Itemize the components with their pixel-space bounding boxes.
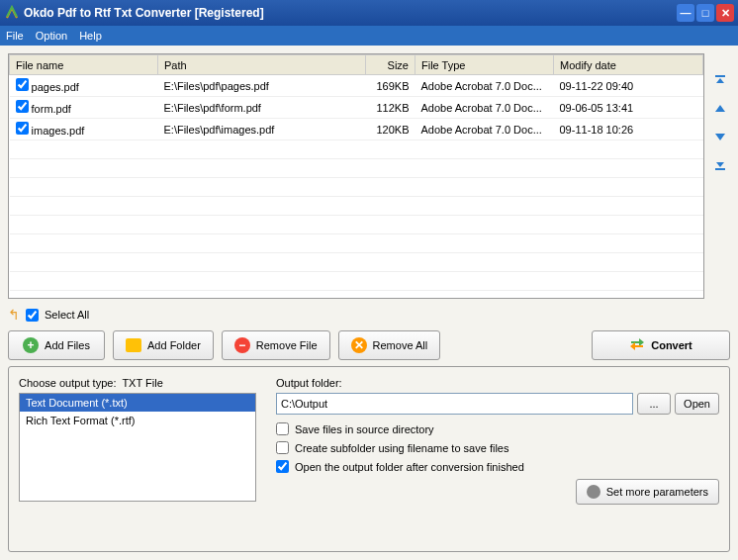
move-bottom-button[interactable]: [712, 156, 728, 172]
window-title: Okdo Pdf to Rtf Txt Converter [Registere…: [24, 6, 677, 20]
col-size[interactable]: Size: [366, 55, 415, 75]
output-folder-label: Output folder:: [276, 377, 719, 389]
add-folder-button[interactable]: Add Folder: [113, 330, 214, 360]
output-type-label: Choose output type: TXT File: [19, 377, 256, 389]
folder-up-icon[interactable]: ↰: [8, 307, 20, 323]
plus-icon: +: [23, 337, 39, 353]
row-filetype: Adobe Acrobat 7.0 Doc...: [415, 97, 554, 119]
row-size: 112KB: [366, 97, 415, 119]
table-row[interactable]: pages.pdfE:\Files\pdf\pages.pdf169KBAdob…: [10, 75, 703, 97]
folder-icon: [126, 338, 141, 352]
row-checkbox[interactable]: [16, 122, 29, 135]
row-modify: 09-11-22 09:40: [554, 75, 703, 97]
row-filetype: Adobe Acrobat 7.0 Doc...: [415, 119, 554, 140]
convert-button[interactable]: Convert: [592, 330, 730, 360]
move-top-button[interactable]: [712, 73, 728, 89]
app-icon: [4, 5, 20, 21]
x-icon: ✕: [351, 337, 367, 353]
menu-file[interactable]: File: [6, 30, 24, 42]
row-filename: images.pdf: [32, 125, 85, 137]
add-files-button[interactable]: + Add Files: [8, 330, 105, 360]
row-filename: form.pdf: [32, 103, 71, 115]
select-all-label[interactable]: Select All: [45, 309, 89, 321]
row-size: 120KB: [366, 119, 415, 140]
list-item[interactable]: Text Document (*.txt): [20, 394, 255, 412]
minus-icon: −: [234, 337, 250, 353]
row-modify: 09-11-18 10:26: [554, 119, 703, 140]
row-checkbox[interactable]: [16, 100, 29, 113]
open-after-label[interactable]: Open the output folder after conversion …: [295, 461, 524, 473]
table-row[interactable]: form.pdfE:\Files\pdf\form.pdf112KBAdobe …: [10, 97, 703, 119]
row-size: 169KB: [366, 75, 415, 97]
browse-button[interactable]: ...: [637, 393, 671, 415]
list-item[interactable]: Rich Text Format (*.rtf): [20, 412, 255, 429]
output-type-list[interactable]: Text Document (*.txt)Rich Text Format (*…: [19, 393, 256, 502]
menu-option[interactable]: Option: [36, 30, 67, 42]
select-all-checkbox[interactable]: [26, 309, 39, 322]
row-filename: pages.pdf: [32, 81, 79, 93]
create-subfolder-checkbox[interactable]: [276, 441, 289, 454]
gear-icon: [587, 485, 600, 499]
remove-file-button[interactable]: − Remove File: [222, 330, 330, 360]
col-filename[interactable]: File name: [10, 55, 158, 75]
open-folder-button[interactable]: Open: [675, 393, 719, 415]
remove-all-button[interactable]: ✕ Remove All: [338, 330, 441, 360]
row-path: E:\Files\pdf\form.pdf: [158, 97, 366, 119]
row-path: E:\Files\pdf\pages.pdf: [158, 75, 366, 97]
maximize-button[interactable]: □: [696, 4, 714, 22]
menubar: File Option Help: [0, 26, 738, 46]
move-down-button[interactable]: [712, 129, 728, 144]
open-after-checkbox[interactable]: [276, 460, 289, 473]
row-modify: 09-06-05 13:41: [554, 97, 703, 119]
row-filetype: Adobe Acrobat 7.0 Doc...: [415, 75, 554, 97]
col-filetype[interactable]: File Type: [415, 55, 554, 75]
move-up-button[interactable]: [712, 101, 728, 117]
col-modify[interactable]: Modify date: [554, 55, 703, 75]
save-source-checkbox[interactable]: [276, 422, 289, 435]
convert-icon: [629, 336, 645, 354]
menu-help[interactable]: Help: [79, 30, 102, 42]
set-more-parameters-button[interactable]: Set more parameters: [576, 479, 719, 505]
close-button[interactable]: ✕: [716, 4, 734, 22]
titlebar: Okdo Pdf to Rtf Txt Converter [Registere…: [0, 0, 738, 26]
file-list[interactable]: File name Path Size File Type Modify dat…: [8, 53, 704, 299]
row-path: E:\Files\pdf\images.pdf: [158, 119, 366, 140]
save-source-label[interactable]: Save files in source directory: [295, 423, 434, 435]
svg-rect-0: [715, 75, 725, 77]
row-checkbox[interactable]: [16, 78, 29, 91]
minimize-button[interactable]: —: [677, 4, 694, 22]
svg-rect-1: [715, 168, 725, 170]
col-path[interactable]: Path: [158, 55, 366, 75]
create-subfolder-label[interactable]: Create subfolder using filename to save …: [295, 442, 508, 454]
table-row[interactable]: images.pdfE:\Files\pdf\images.pdf120KBAd…: [10, 119, 703, 140]
output-folder-input[interactable]: [276, 393, 633, 415]
